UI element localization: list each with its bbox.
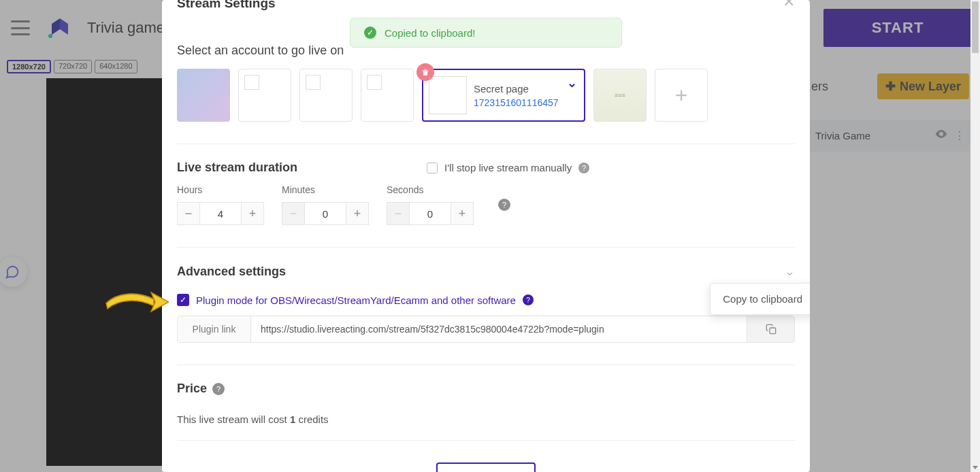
advanced-settings-header[interactable]: Advanced settings ⌄ bbox=[177, 264, 795, 279]
divider bbox=[177, 247, 795, 248]
divider bbox=[177, 440, 795, 441]
help-icon[interactable]: ? bbox=[578, 163, 589, 173]
price-description: This live stream will cost 1 credits bbox=[177, 414, 795, 425]
account-list: Secret page 1723151601116457 ⌄ ≡≡≡ + bbox=[177, 69, 795, 122]
plugin-mode-checkbox[interactable]: ✓ bbox=[177, 294, 189, 306]
page-scrollbar[interactable] bbox=[970, 0, 980, 472]
save-button[interactable]: Save bbox=[436, 462, 536, 472]
help-icon[interactable]: ? bbox=[523, 294, 534, 305]
seconds-plus[interactable]: + bbox=[451, 202, 474, 225]
account-avatar bbox=[429, 76, 467, 114]
account-name: Secret page bbox=[474, 83, 559, 95]
hours-label: Hours bbox=[177, 184, 264, 195]
account-option-2[interactable] bbox=[238, 69, 291, 122]
modal-title: Stream Settings bbox=[177, 0, 276, 11]
account-option-1[interactable] bbox=[177, 69, 230, 122]
duration-help-icon[interactable]: ? bbox=[498, 199, 510, 211]
account-option-6[interactable]: ≡≡≡ bbox=[593, 69, 647, 122]
svg-rect-1 bbox=[770, 328, 776, 334]
chevron-down-icon[interactable]: ⌄ bbox=[785, 264, 795, 279]
manual-stop-checkbox[interactable] bbox=[427, 163, 438, 173]
hours-stepper: − + bbox=[177, 202, 264, 225]
divider bbox=[177, 365, 795, 365]
plugin-link-label: Plugin link bbox=[178, 316, 251, 342]
plugin-mode-row[interactable]: ✓ Plugin mode for OBS/Wirecast/StreamYar… bbox=[177, 294, 795, 306]
trash-icon[interactable] bbox=[416, 63, 434, 81]
account-selected[interactable]: Secret page 1723151601116457 ⌄ bbox=[422, 69, 585, 122]
minutes-plus[interactable]: + bbox=[346, 202, 369, 225]
seconds-stepper: − + bbox=[387, 202, 474, 225]
hours-input[interactable] bbox=[200, 202, 241, 225]
price-title: Price bbox=[177, 382, 207, 396]
minutes-input[interactable] bbox=[305, 202, 346, 225]
account-id: 1723151601116457 bbox=[474, 97, 559, 108]
manual-stop-label: I'll stop live stream manually bbox=[444, 162, 572, 173]
add-account-button[interactable]: + bbox=[655, 69, 708, 122]
duration-controls: Hours − + Minutes − + Seconds − + ? bbox=[177, 184, 795, 225]
annotation-arrow bbox=[103, 288, 169, 314]
divider bbox=[177, 144, 795, 144]
help-icon[interactable]: ? bbox=[212, 383, 225, 395]
plugin-link-input[interactable] bbox=[251, 316, 747, 342]
seconds-input[interactable] bbox=[410, 202, 451, 225]
stream-settings-modal: Stream Settings ✕ ✓ Copied to clipboard!… bbox=[162, 0, 810, 472]
hours-plus[interactable]: + bbox=[241, 202, 264, 225]
copy-tooltip: Copy to clipboard bbox=[710, 283, 810, 315]
duration-title: Live stream duration bbox=[177, 161, 297, 175]
advanced-title: Advanced settings bbox=[177, 265, 286, 279]
chevron-down-icon[interactable]: ⌄ bbox=[567, 75, 577, 90]
check-circle-icon: ✓ bbox=[364, 27, 376, 39]
manual-stop-option[interactable]: I'll stop live stream manually ? bbox=[427, 162, 589, 173]
minutes-minus[interactable]: − bbox=[282, 202, 305, 225]
toast-copied: ✓ Copied to clipboard! bbox=[350, 18, 622, 48]
scroll-down-icon[interactable] bbox=[973, 466, 978, 469]
plugin-link-row: Plugin link bbox=[177, 316, 795, 343]
plugin-mode-label: Plugin mode for OBS/Wirecast/StreamYard/… bbox=[196, 294, 516, 306]
close-icon[interactable]: ✕ bbox=[783, 0, 795, 11]
seconds-minus[interactable]: − bbox=[387, 202, 410, 225]
seconds-label: Seconds bbox=[387, 184, 474, 195]
account-option-3[interactable] bbox=[299, 69, 353, 122]
account-option-4[interactable] bbox=[361, 69, 414, 122]
toast-message: Copied to clipboard! bbox=[385, 27, 475, 39]
minutes-label: Minutes bbox=[282, 184, 369, 195]
copy-button[interactable] bbox=[747, 316, 794, 342]
hours-minus[interactable]: − bbox=[177, 202, 200, 225]
minutes-stepper: − + bbox=[282, 202, 369, 225]
scrollbar-thumb[interactable] bbox=[972, 1, 979, 53]
